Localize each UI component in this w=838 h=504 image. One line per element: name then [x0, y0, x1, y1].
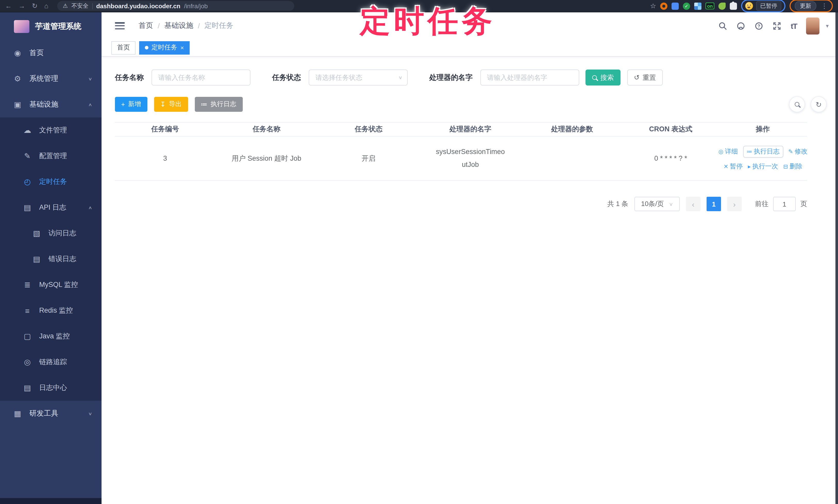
sidebar-item-system[interactable]: ⚙ 系统管理 ∨ [0, 66, 102, 92]
extension-blue-icon[interactable] [671, 2, 679, 10]
add-button[interactable]: + 新增 [115, 97, 147, 112]
sidebar-bottom-strip [0, 498, 102, 504]
dashboard-icon: ◉ [13, 49, 22, 58]
page-suffix-label: 页 [800, 199, 807, 209]
exec-log-button[interactable]: ≔ 执行日志 [195, 97, 243, 112]
tab-label: 定时任务 [152, 43, 177, 52]
page-size-select[interactable]: 10条/页 ∨ [634, 197, 680, 211]
emoji-extension-icon[interactable] [745, 2, 753, 10]
browser-home-icon[interactable]: ⌂ [44, 3, 49, 9]
pause-link[interactable]: ✕ 暂停 [723, 162, 743, 171]
extension-shield-icon[interactable]: ✓ [683, 2, 690, 10]
col-actions: 操作 [718, 125, 807, 134]
sidebar-logo-row[interactable]: 芋道管理系统 [0, 12, 102, 40]
search-button[interactable]: 搜索 [586, 70, 621, 86]
sidebar-item-trace[interactable]: ◎ 链路追踪 [0, 349, 102, 375]
sidebar-item-home[interactable]: ◉ 首页 [0, 40, 102, 66]
url-domain: dashboard.yudao.iocoder.cn [96, 2, 180, 10]
current-page-button[interactable]: 1 [706, 197, 721, 211]
browser-back-icon[interactable]: ← [5, 3, 12, 9]
prev-page-button[interactable]: ‹ [686, 197, 700, 211]
plus-icon: + [121, 101, 125, 108]
job-status-select[interactable] [309, 70, 408, 86]
cell-job-id: 3 [115, 155, 215, 162]
goto-label: 前往 [755, 199, 768, 209]
download-icon: ↧ [160, 101, 166, 108]
user-avatar[interactable] [806, 17, 820, 34]
toggle-search-button[interactable] [789, 96, 805, 112]
sidebar-item-label: 错误日志 [49, 254, 76, 264]
sidebar-item-mysql-monitor[interactable]: ≣ MySQL 监控 [0, 272, 102, 298]
sidebar-item-label: 首页 [29, 49, 44, 58]
address-bar[interactable]: ⚠ 不安全 dashboard.yudao.iocoder.cn /infra/… [57, 1, 294, 11]
reset-icon: ↺ [634, 74, 640, 82]
redis-monitor-icon: ≡ [23, 306, 32, 315]
bookmark-star-icon[interactable]: ☆ [650, 2, 656, 10]
chevron-up-icon: ∧ [88, 205, 92, 210]
goto-page-input[interactable] [773, 197, 796, 211]
app-title: 芋道管理系统 [35, 21, 82, 31]
browser-menu-icon[interactable]: ⋮ [821, 2, 828, 10]
paused-chip[interactable]: 已暂停 [756, 1, 781, 11]
sidebar-item-file-manage[interactable]: ☁ 文件管理 [0, 118, 102, 143]
delete-link[interactable]: ⊟ 删除 [783, 162, 802, 171]
fullscreen-icon[interactable] [773, 21, 782, 30]
cell-handler-name: sysUserSessionTimeoutJob [420, 146, 521, 171]
sidebar-item-java-monitor[interactable]: ▢ Java 监控 [0, 323, 102, 349]
sidebar-item-log-center[interactable]: ▤ 日志中心 [0, 375, 102, 401]
refresh-button[interactable]: ↻ [811, 96, 827, 112]
next-page-button[interactable]: › [727, 197, 741, 211]
export-button[interactable]: ↧ 导出 [154, 97, 188, 112]
extension-grid-icon[interactable] [694, 2, 701, 10]
handler-name-label: 处理器的名字 [429, 73, 473, 82]
sidebar-item-label: 基础设施 [29, 100, 58, 109]
browser-toolbar-right: ☆ ✓ on 已暂停 更新 ⋮ [650, 0, 833, 12]
handler-name-input[interactable] [480, 70, 579, 86]
cell-job-name: 用户 Session 超时 Job [215, 154, 318, 163]
breadcrumb-infra[interactable]: 基础设施 [164, 21, 193, 30]
sidebar-item-label: Redis 监控 [39, 306, 73, 315]
col-handler-param: 处理器的参数 [521, 125, 623, 134]
pagination: 共 1 条 10条/页 ∨ ‹ 1 › 前往 页 [115, 197, 807, 211]
detail-link[interactable]: ◎ 详细 [718, 147, 738, 156]
sidebar-item-error-log[interactable]: ▤ 错误日志 [0, 246, 102, 272]
breadcrumb-home[interactable]: 首页 [139, 21, 153, 30]
run-once-link[interactable]: ▸ 执行一次 [748, 162, 778, 171]
github-icon[interactable] [737, 21, 746, 30]
pencil-icon: ✎ [788, 148, 793, 155]
log-center-icon: ▤ [23, 383, 32, 393]
sidebar-item-config-manage[interactable]: ✎ 配置管理 [0, 143, 102, 169]
extensions-puzzle-icon[interactable] [730, 2, 737, 10]
sidebar-item-redis-monitor[interactable]: ≡ Redis 监控 [0, 298, 102, 323]
exec-log-link[interactable]: ≔ 执行日志 [743, 146, 783, 158]
sidebar-item-access-log[interactable]: ▧ 访问日志 [0, 220, 102, 246]
sidebar-item-infra[interactable]: ▣ 基础设施 ∧ [0, 92, 102, 118]
jobs-table: 任务编号 任务名称 任务状态 处理器的名字 处理器的参数 CRON 表达式 操作… [115, 122, 807, 181]
extension-on-badge[interactable]: on [705, 3, 714, 9]
help-icon[interactable]: ? [755, 21, 764, 30]
update-button[interactable]: 更新 [795, 1, 816, 11]
extension-orange-icon[interactable] [660, 2, 667, 10]
col-job-name: 任务名称 [215, 125, 318, 134]
tab-scheduled-jobs[interactable]: 定时任务 × [139, 41, 190, 54]
user-menu-caret-icon[interactable]: ▾ [826, 22, 829, 29]
browser-reload-icon[interactable]: ↻ [32, 3, 38, 9]
edit-link[interactable]: ✎ 修改 [788, 147, 807, 156]
sidebar-item-dev-tools[interactable]: ▦ 研发工具 ∨ [0, 401, 102, 427]
sidebar-collapse-icon[interactable] [115, 22, 125, 29]
browser-forward-icon[interactable]: → [19, 3, 25, 9]
font-size-icon[interactable]: tT [791, 21, 797, 30]
search-icon[interactable] [719, 21, 728, 30]
tab-home[interactable]: 首页 [111, 41, 136, 54]
edit-icon: ✎ [23, 151, 32, 161]
col-job-status: 任务状态 [318, 125, 420, 134]
browser-scrollbar[interactable] [835, 12, 838, 504]
close-icon[interactable]: × [180, 44, 184, 51]
job-name-input[interactable] [152, 70, 250, 86]
sidebar-item-scheduled-jobs[interactable]: ◴ 定时任务 [0, 169, 102, 195]
col-handler-name: 处理器的名字 [420, 125, 521, 134]
reset-button[interactable]: ↺ 重置 [627, 70, 663, 86]
sidebar-item-api-log[interactable]: ▤ API 日志 ∧ [0, 195, 102, 220]
java-monitor-icon: ▢ [23, 332, 32, 341]
extension-leaf-icon[interactable] [718, 2, 726, 10]
